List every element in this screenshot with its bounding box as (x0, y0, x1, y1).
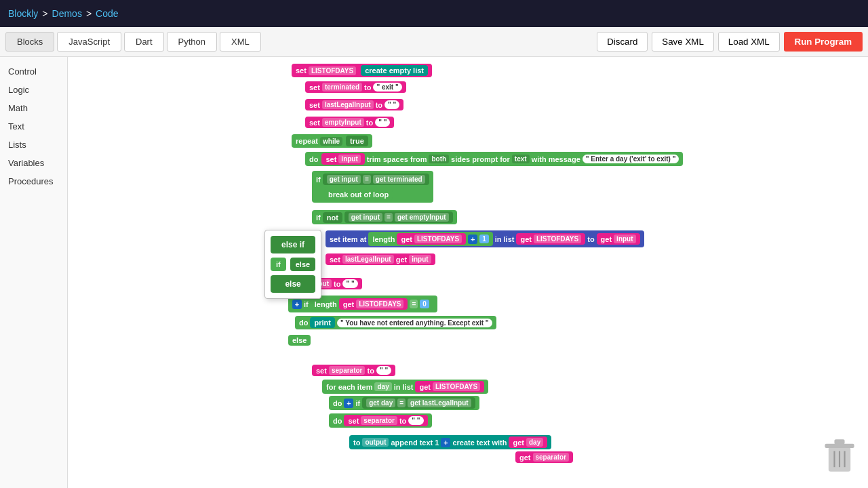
tab-blocks[interactable]: Blocks (5, 32, 54, 52)
block-set-item-at[interactable]: set item at length get LISTOFDAYS + 1 in… (326, 230, 644, 247)
block-if-not-empty[interactable]: if not get input = get emptyInput (312, 210, 457, 224)
topbar: Blockly > Demos > Code (0, 0, 868, 27)
block-else[interactable]: else (288, 335, 311, 346)
block-output-append[interactable]: to output append text 1 + create text wi… (349, 435, 551, 449)
toolbar: Blocks JavaScript Dart Python XML Discar… (0, 27, 868, 57)
block-foreach[interactable]: for each item day in list get LISTOFDAYS (322, 380, 488, 394)
sidebar-item-math[interactable]: Math (0, 99, 67, 117)
block-day-eq-lastlegal[interactable]: get day = get lastLegalInput (362, 397, 475, 409)
discard-button[interactable]: Discard (597, 32, 648, 52)
block-repeat-while[interactable]: repeat while true (292, 134, 372, 148)
tab-xml[interactable]: XML (220, 32, 261, 52)
block-set-input[interactable]: set input (321, 153, 364, 165)
block-set-lastlegalinput[interactable]: set lastLegalInput to " " (305, 99, 403, 110)
block-set-separator[interactable]: set separator to " " (312, 365, 395, 376)
demos-link[interactable]: Demos (52, 8, 82, 19)
block-break-out-of-loop[interactable]: break out of loop (324, 189, 393, 200)
load-xml-button[interactable]: Load XML (718, 32, 780, 52)
block-get-input-inline[interactable]: get input (597, 233, 640, 245)
float-else-button[interactable]: else (290, 258, 315, 271)
block-not[interactable]: not (323, 212, 342, 223)
block-length-listofdays2[interactable]: length get LISTOFDAYS = 0 (311, 297, 433, 311)
block-set-emptyinput[interactable]: set emptyInput to " " (305, 117, 394, 128)
block-if[interactable]: if get input = get terminated break out … (312, 171, 433, 203)
sidebar: Control Logic Math Text Lists Variables … (0, 57, 68, 488)
block-get-input-eq-terminated[interactable]: get input = get terminated (323, 174, 429, 185)
block-do-set-sep[interactable]: do set separator to " " (329, 413, 432, 428)
svg-rect-2 (834, 439, 844, 445)
tab-python[interactable]: Python (167, 32, 217, 52)
block-length-listofdays[interactable]: length get LISTOFDAYS + 1 (368, 232, 492, 246)
block-do-if-day[interactable]: do + if get day = get lastLegalInput (329, 396, 479, 410)
sep1: > (42, 8, 47, 19)
block-get-listofdays2[interactable]: get LISTOFDAYS (339, 298, 408, 310)
run-program-button[interactable]: Run Program (784, 32, 863, 52)
sep2: > (86, 8, 92, 19)
block-get-day2[interactable]: get day (509, 436, 547, 448)
float-else2-button[interactable]: else (271, 275, 315, 293)
app-link[interactable]: Blockly (8, 8, 38, 19)
block-get-separator[interactable]: get separator (515, 451, 573, 463)
float-else-if-button[interactable]: else if (271, 236, 315, 253)
sidebar-item-lists[interactable]: Lists (0, 136, 67, 154)
sidebar-item-text[interactable]: Text (0, 117, 67, 136)
sidebar-item-variables[interactable]: Variables (0, 154, 67, 172)
main: Control Logic Math Text Lists Variables … (0, 57, 868, 488)
save-xml-button[interactable]: Save XML (652, 32, 714, 52)
float-menu: else if if else else (264, 230, 321, 299)
sidebar-item-logic[interactable]: Logic (0, 81, 67, 99)
block-set-terminated[interactable]: set terminated to " exit " (305, 81, 406, 93)
tab-javascript[interactable]: JavaScript (57, 32, 121, 52)
sidebar-item-control[interactable]: Control (0, 62, 67, 81)
block-set-lastlegalinput2[interactable]: set lastLegalInput get input (326, 253, 435, 265)
code-link[interactable]: Code (96, 8, 118, 19)
block-set-listofdays[interactable]: set LISTOFDAYS create empty list (292, 64, 432, 77)
sidebar-item-procedures[interactable]: Procedures (0, 172, 67, 190)
block-get-listofdays-foreach[interactable]: get LISTOFDAYS (415, 381, 484, 392)
block-create-empty-list[interactable]: create empty list (361, 65, 428, 76)
block-area: set LISTOFDAYS create empty list set ter… (68, 57, 868, 488)
block-print[interactable]: print (310, 317, 334, 328)
block-set-sep2[interactable]: set separator to " " (344, 415, 427, 426)
block-do-set-input[interactable]: do set input trim spaces from both sides… (305, 152, 683, 166)
block-true[interactable]: true (346, 136, 368, 146)
block-do-print[interactable]: do print " You have not entered anything… (295, 316, 496, 329)
canvas[interactable]: set LISTOFDAYS create empty list set ter… (68, 57, 868, 488)
block-input-eq-empty[interactable]: get input = get emptyInput (344, 211, 453, 223)
tab-dart[interactable]: Dart (124, 32, 164, 52)
float-if-button[interactable]: if (271, 258, 286, 271)
trash-icon[interactable] (825, 438, 854, 474)
block-get-listofdays-inner[interactable]: get LISTOFDAYS (397, 233, 466, 245)
block-get-listofdays-outer[interactable]: get LISTOFDAYS (516, 233, 585, 245)
